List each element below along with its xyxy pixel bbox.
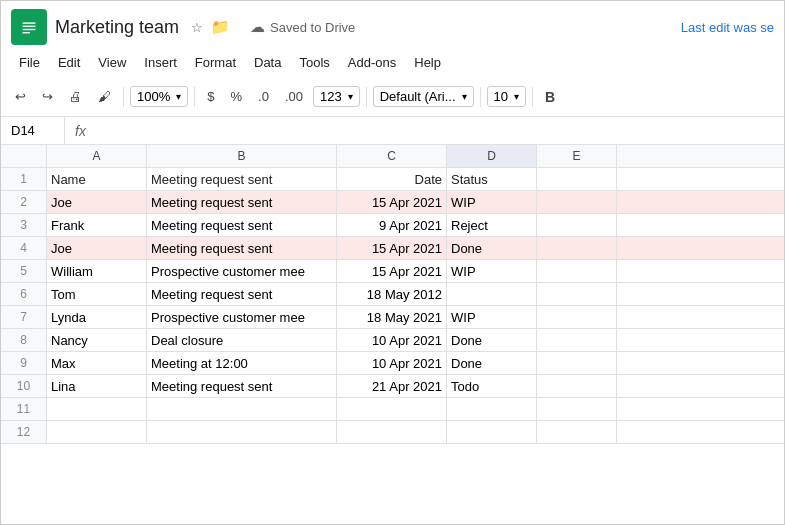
decimal-inc-button[interactable]: .00 — [279, 85, 309, 108]
font-size-select[interactable]: 10 — [487, 86, 526, 107]
menu-edit[interactable]: Edit — [50, 52, 88, 73]
cell-d-5[interactable]: WIP — [447, 260, 537, 282]
bold-button[interactable]: B — [539, 85, 561, 109]
cell-e-1[interactable] — [537, 168, 617, 190]
cell-b-8[interactable]: Deal closure — [147, 329, 337, 351]
cell-e-8[interactable] — [537, 329, 617, 351]
cell-d-12[interactable] — [447, 421, 537, 443]
folder-icon[interactable]: 📁 — [211, 18, 230, 36]
menu-format[interactable]: Format — [187, 52, 244, 73]
percent-button[interactable]: % — [224, 85, 248, 108]
cell-b-6[interactable]: Meeting request sent — [147, 283, 337, 305]
cell-a-6[interactable]: Tom — [47, 283, 147, 305]
number-format-select[interactable]: 123 — [313, 86, 360, 107]
cell-b-11[interactable] — [147, 398, 337, 420]
currency-button[interactable]: $ — [201, 85, 220, 108]
cell-a-4[interactable]: Joe — [47, 237, 147, 259]
cell-d-10[interactable]: Todo — [447, 375, 537, 397]
cell-c-6[interactable]: 18 May 2012 — [337, 283, 447, 305]
formula-input[interactable] — [96, 123, 780, 138]
cell-b-4[interactable]: Meeting request sent — [147, 237, 337, 259]
cell-b-9[interactable]: Meeting at 12:00 — [147, 352, 337, 374]
doc-title[interactable]: Marketing team — [55, 17, 179, 38]
last-edit-label[interactable]: Last edit was se — [681, 20, 774, 35]
row-number: 7 — [1, 306, 47, 328]
cell-b-10[interactable]: Meeting request sent — [147, 375, 337, 397]
cell-a-12[interactable] — [47, 421, 147, 443]
cell-c-7[interactable]: 18 May 2021 — [337, 306, 447, 328]
cell-c-11[interactable] — [337, 398, 447, 420]
cell-d-6[interactable] — [447, 283, 537, 305]
star-icon[interactable]: ☆ — [191, 20, 203, 35]
cell-e-11[interactable] — [537, 398, 617, 420]
cell-a-10[interactable]: Lina — [47, 375, 147, 397]
cell-b-2[interactable]: Meeting request sent — [147, 191, 337, 213]
cell-b-12[interactable] — [147, 421, 337, 443]
cell-a-2[interactable]: Joe — [47, 191, 147, 213]
menu-insert[interactable]: Insert — [136, 52, 185, 73]
cell-b-7[interactable]: Prospective customer mee — [147, 306, 337, 328]
cell-a-1[interactable]: Name — [47, 168, 147, 190]
cell-e-10[interactable] — [537, 375, 617, 397]
cell-a-5[interactable]: William — [47, 260, 147, 282]
cell-e-9[interactable] — [537, 352, 617, 374]
menu-tools[interactable]: Tools — [291, 52, 337, 73]
cell-d-11[interactable] — [447, 398, 537, 420]
menu-addons[interactable]: Add-ons — [340, 52, 404, 73]
cell-a-7[interactable]: Lynda — [47, 306, 147, 328]
cell-a-9[interactable]: Max — [47, 352, 147, 374]
cell-d-8[interactable]: Done — [447, 329, 537, 351]
cell-d-9[interactable]: Done — [447, 352, 537, 374]
cell-c-12[interactable] — [337, 421, 447, 443]
cell-c-1[interactable]: Date — [337, 168, 447, 190]
cell-e-3[interactable] — [537, 214, 617, 236]
decimal-dec-button[interactable]: .0 — [252, 85, 275, 108]
cell-d-1[interactable]: Status — [447, 168, 537, 190]
cell-d-2[interactable]: WIP — [447, 191, 537, 213]
menu-help[interactable]: Help — [406, 52, 449, 73]
separator-1 — [123, 87, 124, 107]
cell-a-3[interactable]: Frank — [47, 214, 147, 236]
col-header-d[interactable]: D — [447, 145, 537, 167]
cell-a-8[interactable]: Nancy — [47, 329, 147, 351]
print-button[interactable]: 🖨 — [63, 85, 88, 108]
cell-d-7[interactable]: WIP — [447, 306, 537, 328]
zoom-select[interactable]: 100% — [130, 86, 188, 107]
cell-c-9[interactable]: 10 Apr 2021 — [337, 352, 447, 374]
cell-e-5[interactable] — [537, 260, 617, 282]
menu-view[interactable]: View — [90, 52, 134, 73]
font-select[interactable]: Default (Ari... — [373, 86, 474, 107]
formula-bar: fx — [1, 117, 784, 145]
col-header-c[interactable]: C — [337, 145, 447, 167]
cell-c-2[interactable]: 15 Apr 2021 — [337, 191, 447, 213]
col-header-e[interactable]: E — [537, 145, 617, 167]
cell-e-7[interactable] — [537, 306, 617, 328]
svg-rect-2 — [23, 26, 36, 27]
cell-c-5[interactable]: 15 Apr 2021 — [337, 260, 447, 282]
cell-e-6[interactable] — [537, 283, 617, 305]
cell-e-2[interactable] — [537, 191, 617, 213]
menu-file[interactable]: File — [11, 52, 48, 73]
cell-c-3[interactable]: 9 Apr 2021 — [337, 214, 447, 236]
cell-c-10[interactable]: 21 Apr 2021 — [337, 375, 447, 397]
cell-b-5[interactable]: Prospective customer mee — [147, 260, 337, 282]
cell-c-4[interactable]: 15 Apr 2021 — [337, 237, 447, 259]
col-header-a[interactable]: A — [47, 145, 147, 167]
cell-c-8[interactable]: 10 Apr 2021 — [337, 329, 447, 351]
table-row: 9MaxMeeting at 12:0010 Apr 2021Done — [1, 352, 784, 375]
cell-a-11[interactable] — [47, 398, 147, 420]
font-value: Default (Ari... — [380, 89, 456, 104]
column-headers: A B C D E — [1, 145, 784, 168]
redo-button[interactable]: ↪ — [36, 85, 59, 108]
undo-button[interactable]: ↩ — [9, 85, 32, 108]
cell-e-4[interactable] — [537, 237, 617, 259]
cell-b-1[interactable]: Meeting request sent — [147, 168, 337, 190]
cell-b-3[interactable]: Meeting request sent — [147, 214, 337, 236]
cell-d-4[interactable]: Done — [447, 237, 537, 259]
menu-data[interactable]: Data — [246, 52, 289, 73]
paint-format-button[interactable]: 🖌 — [92, 85, 117, 108]
cell-reference-input[interactable] — [5, 117, 65, 144]
col-header-b[interactable]: B — [147, 145, 337, 167]
cell-e-12[interactable] — [537, 421, 617, 443]
cell-d-3[interactable]: Reject — [447, 214, 537, 236]
